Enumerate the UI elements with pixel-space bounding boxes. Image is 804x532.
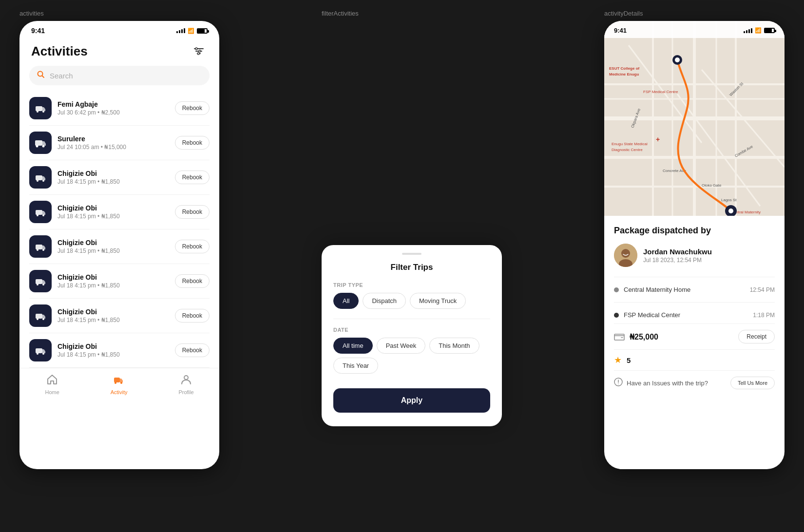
nav-activity[interactable]: Activity (111, 374, 128, 395)
list-item[interactable]: Surulere Jul 24 10:05 am • ₦15,000 Reboo… (29, 126, 210, 160)
rebook-button[interactable]: Rebook (175, 136, 210, 150)
filter-button[interactable] (190, 42, 208, 60)
svg-text:Oloko Gate: Oloko Gate (702, 183, 722, 188)
filter-screen-label: filterActivities (322, 10, 502, 17)
svg-point-33 (115, 382, 116, 384)
origin-name: Central Maternity Home (624, 286, 690, 293)
list-item[interactable]: Chigizie Obi Jul 18 4:15 pm • ₦1,850 Reb… (29, 264, 210, 299)
svg-text:Medicine Enugu: Medicine Enugu (609, 72, 639, 76)
activities-title: Activities (31, 44, 88, 59)
filter-title: Filter Trips (333, 263, 490, 272)
activity-name: Chigizie Obi (57, 239, 169, 247)
svg-point-4 (199, 50, 201, 52)
profile-icon (181, 374, 191, 387)
chip-this-year[interactable]: This Year (333, 358, 378, 374)
rebook-button[interactable]: Rebook (175, 171, 210, 184)
rebook-button[interactable]: Rebook (175, 274, 210, 288)
issue-icon (614, 378, 623, 388)
rebook-button[interactable]: Rebook (175, 205, 210, 219)
search-icon (37, 71, 45, 80)
list-item[interactable]: Femi Agbaje Jul 30 6:42 pm • ₦2,500 Rebo… (29, 91, 210, 126)
rebook-button[interactable]: Rebook (175, 343, 210, 357)
rating-row: ★ 5 (614, 349, 775, 370)
list-item[interactable]: Chigizie Obi Jul 18 4:15 pm • ₦1,850 Reb… (29, 229, 210, 264)
svg-rect-26 (36, 314, 42, 319)
activity-meta: Jul 24 10:05 am • ₦15,000 (57, 144, 169, 151)
svg-point-19 (42, 214, 44, 216)
svg-point-22 (42, 249, 44, 251)
activity-meta: Jul 18 4:15 pm • ₦1,850 (57, 282, 169, 289)
activity-type-icon (29, 132, 52, 154)
dest-left: FSP Medical Center (614, 311, 680, 319)
chip-this-month[interactable]: This Month (429, 338, 479, 354)
chip-dispatch[interactable]: Dispatch (363, 293, 406, 309)
activity-type-icon (29, 339, 52, 361)
activity-info: Surulere Jul 24 10:05 am • ₦15,000 (57, 135, 169, 151)
details-screen: 9:41 📶 (604, 21, 785, 469)
activity-meta: Jul 18 4:15 pm • ₦1,850 (57, 213, 169, 220)
details-screen-label: activityDetails (604, 10, 785, 17)
list-item[interactable]: Chigizie Obi Jul 18 4:15 pm • ₦1,850 Reb… (29, 299, 210, 333)
svg-point-30 (37, 353, 38, 355)
date-chips: All time Past Week This Month This Year (333, 338, 490, 374)
price-row: ₦25,000 Receipt (614, 323, 775, 349)
activity-type-icon (29, 270, 52, 292)
signal-icon (744, 28, 752, 33)
activity-name: Chigizie Obi (57, 170, 169, 177)
activity-name: Chigizie Obi (57, 342, 169, 350)
details-content: Package dispatched by Jordan Nwachukwu J… (604, 216, 785, 405)
dispatcher-date: Jul 18 2023, 12:54 PM (643, 257, 712, 264)
svg-text:Lagos St: Lagos St (721, 198, 737, 202)
search-bar[interactable]: Search (29, 66, 210, 85)
svg-text:FSP Medical Centre: FSP Medical Centre (643, 90, 678, 94)
svg-point-5 (197, 53, 199, 55)
dest-dot (614, 313, 619, 318)
origin-left: Central Maternity Home (614, 286, 690, 293)
activities-header: Activities (19, 38, 219, 66)
rebook-button[interactable]: Rebook (175, 240, 210, 253)
activity-info: Chigizie Obi Jul 18 4:15 pm • ₦1,850 (57, 170, 169, 185)
tell-more-button[interactable]: Tell Us More (730, 377, 775, 389)
svg-point-34 (120, 382, 122, 384)
list-item[interactable]: Chigizie Obi Jul 18 4:15 pm • ₦1,850 Reb… (29, 333, 210, 368)
rebook-button[interactable]: Rebook (175, 309, 210, 323)
svg-rect-14 (36, 175, 42, 180)
chip-all[interactable]: All (333, 293, 359, 309)
dest-name: FSP Medical Center (624, 311, 680, 319)
wallet-icon (614, 331, 625, 342)
apply-button[interactable]: Apply (333, 388, 490, 413)
activity-name: Surulere (57, 135, 169, 143)
divider (614, 277, 775, 277)
svg-point-28 (42, 318, 44, 320)
receipt-button[interactable]: Receipt (738, 330, 775, 343)
date-label: DATE (333, 327, 490, 333)
svg-point-27 (37, 318, 38, 320)
dest-time: 1:18 PM (753, 312, 775, 319)
map-container: 9:41 📶 (604, 21, 785, 216)
nav-home[interactable]: Home (45, 374, 59, 395)
svg-point-25 (42, 284, 44, 285)
status-bar: 9:41 📶 (19, 21, 219, 38)
activity-type-icon (29, 97, 52, 119)
issue-row: Have an Issues with the trip? Tell Us Mo… (614, 370, 775, 395)
svg-point-70 (621, 249, 630, 258)
rating-value: 5 (627, 356, 631, 364)
chip-past-week[interactable]: Past Week (377, 338, 426, 354)
wifi-icon: 📶 (755, 27, 762, 34)
list-item[interactable]: Chigizie Obi Jul 18 4:15 pm • ₦1,850 Reb… (29, 160, 210, 195)
activity-info: Chigizie Obi Jul 18 4:15 pm • ₦1,850 (57, 273, 169, 289)
activity-name: Femi Agbaje (57, 100, 169, 108)
dispatcher-name: Jordan Nwachukwu (643, 247, 712, 256)
nav-activity-label: Activity (111, 389, 128, 395)
chip-moving-truck[interactable]: Moving Truck (410, 293, 466, 309)
rebook-button[interactable]: Rebook (175, 101, 210, 115)
activity-nav-icon (114, 374, 124, 387)
activity-list: Femi Agbaje Jul 30 6:42 pm • ₦2,500 Rebo… (19, 91, 219, 368)
chip-all-time[interactable]: All time (333, 338, 373, 354)
nav-profile[interactable]: Profile (178, 374, 193, 395)
issue-text: Have an Issues with the trip? (627, 380, 708, 387)
trip-type-label: TRIP TYPE (333, 282, 490, 288)
svg-point-18 (37, 214, 38, 216)
list-item[interactable]: Chigizie Obi Jul 18 4:15 pm • ₦1,850 Reb… (29, 195, 210, 229)
svg-point-9 (37, 111, 38, 113)
